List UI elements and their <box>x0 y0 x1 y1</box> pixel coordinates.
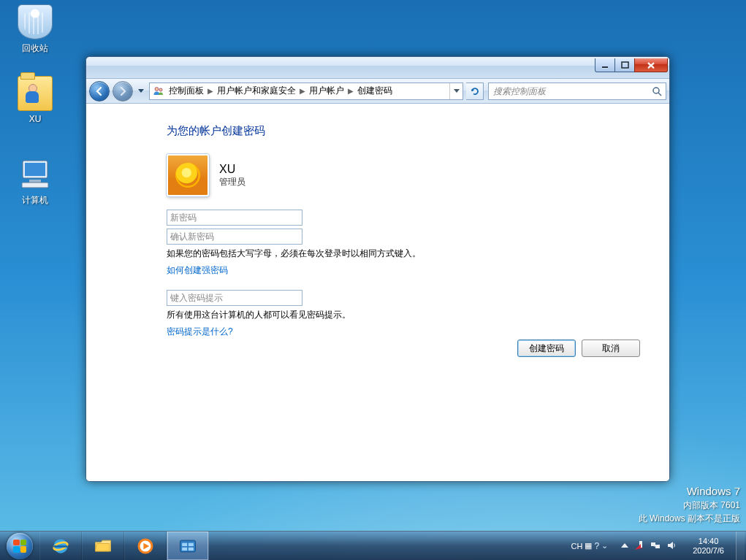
refresh-button[interactable] <box>466 83 484 100</box>
svg-rect-17 <box>189 542 194 545</box>
breadcrumb-control-panel[interactable]: 控制面板 <box>167 85 205 97</box>
windows-logo-icon <box>7 533 33 559</box>
system-tray: CH ▦ ? ⌄ 14:40 2020/7/6 <box>567 532 746 560</box>
user-avatar <box>167 154 209 196</box>
nav-history-dropdown[interactable] <box>136 83 146 99</box>
svg-line-9 <box>658 93 661 96</box>
nav-forward-button[interactable] <box>113 81 133 101</box>
password-hint-input[interactable] <box>167 290 302 306</box>
svg-rect-2 <box>29 180 41 183</box>
taskbar: CH ▦ ? ⌄ 14:40 2020/7/6 <box>0 531 746 560</box>
taskbar-explorer[interactable] <box>82 532 124 560</box>
window-titlebar[interactable] <box>86 57 669 79</box>
taskbar-ie[interactable] <box>39 532 82 560</box>
maximize-button[interactable] <box>614 58 635 72</box>
desktop-user-folder[interactable]: XU <box>7 76 63 124</box>
taskbar-control-panel[interactable] <box>167 532 209 560</box>
breadcrumb-create-password[interactable]: 创建密码 <box>356 85 394 97</box>
hint-help-link[interactable]: 密码提示是什么? <box>167 326 640 338</box>
desktop-computer[interactable]: 计算机 <box>7 156 63 207</box>
confirm-password-input[interactable] <box>167 229 302 245</box>
address-bar[interactable]: 控制面板 ▶ 用户帐户和家庭安全 ▶ 用户帐户 ▶ 创建密码 <box>149 83 463 100</box>
svg-rect-21 <box>651 542 655 546</box>
ime-language-indicator[interactable]: CH ▦ ? ⌄ <box>568 541 612 551</box>
computer-label: 计算机 <box>7 194 63 207</box>
svg-rect-18 <box>182 547 187 550</box>
refresh-icon <box>470 86 480 96</box>
chevron-right-icon[interactable]: ▶ <box>205 87 216 95</box>
start-button[interactable] <box>0 532 39 560</box>
activation-watermark: Windows 7 内部版本 7601 此 Windows 副本不是正版 <box>639 483 740 525</box>
create-password-button[interactable]: 创建密码 <box>517 340 576 357</box>
keyboard-icon: ▦ <box>585 541 592 551</box>
options-caret-icon[interactable]: ⌄ <box>601 541 608 551</box>
svg-rect-3 <box>22 183 48 188</box>
tray-clock[interactable]: 14:40 2020/7/6 <box>687 537 730 555</box>
close-button[interactable] <box>634 58 668 72</box>
volume-icon[interactable] <box>666 540 677 552</box>
user-summary: XU 管理员 <box>167 154 640 196</box>
svg-rect-16 <box>182 542 187 545</box>
svg-point-7 <box>159 88 162 91</box>
minimize-button[interactable] <box>595 58 615 72</box>
user-role: 管理员 <box>219 176 246 188</box>
nav-back-button[interactable] <box>89 81 110 101</box>
computer-icon <box>18 156 53 191</box>
svg-rect-4 <box>602 66 608 68</box>
recycle-bin-label: 回收站 <box>7 42 63 55</box>
network-icon[interactable] <box>650 540 661 552</box>
svg-rect-12 <box>53 545 67 548</box>
content-area: 为您的帐户创建密码 XU 管理员 如果您的密码包括大写字母，必须在每次登录时以相… <box>86 104 669 481</box>
address-dropdown-button[interactable] <box>449 83 463 99</box>
tray-time: 14:40 <box>693 537 724 546</box>
svg-point-6 <box>155 87 159 91</box>
user-name: XU <box>219 163 246 176</box>
chevron-right-icon[interactable]: ▶ <box>297 87 308 95</box>
breadcrumb-user-accounts-family[interactable]: 用户帐户和家庭安全 <box>216 85 297 97</box>
svg-rect-1 <box>25 163 45 176</box>
media-player-icon <box>135 536 156 556</box>
search-icon <box>652 86 662 96</box>
hint-visibility-note: 所有使用这台计算机的人都可以看见密码提示。 <box>167 309 640 321</box>
strong-password-link[interactable]: 如何创建强密码 <box>167 264 640 277</box>
question-icon[interactable]: ? <box>594 541 599 551</box>
breadcrumb-user-accounts[interactable]: 用户帐户 <box>308 85 346 97</box>
password-case-note: 如果您的密码包括大写字母，必须在每次登录时以相同方式键入。 <box>167 248 640 260</box>
control-panel-window-icon <box>178 536 198 556</box>
page-title: 为您的帐户创建密码 <box>167 124 640 138</box>
search-button[interactable] <box>648 86 666 96</box>
chevron-right-icon[interactable]: ▶ <box>346 87 356 95</box>
ie-icon <box>50 536 71 556</box>
taskbar-media-player[interactable] <box>124 532 167 560</box>
navigation-bar: 控制面板 ▶ 用户帐户和家庭安全 ▶ 用户帐户 ▶ 创建密码 <box>86 79 669 104</box>
tray-date: 2020/7/6 <box>693 546 724 556</box>
user-folder-icon <box>18 76 53 111</box>
user-accounts-icon <box>153 85 164 97</box>
show-desktop-button[interactable] <box>736 532 745 560</box>
cancel-button[interactable]: 取消 <box>582 340 640 357</box>
user-folder-label: XU <box>7 114 63 124</box>
action-center-icon[interactable] <box>634 540 644 552</box>
show-hidden-icons[interactable] <box>621 542 628 551</box>
search-bar <box>488 83 666 100</box>
desktop-recycle-bin[interactable]: 回收站 <box>7 4 63 55</box>
svg-rect-19 <box>189 547 194 550</box>
svg-point-8 <box>653 88 659 93</box>
svg-rect-5 <box>622 62 628 68</box>
recycle-bin-icon <box>18 4 53 39</box>
folder-icon <box>93 536 113 556</box>
new-password-input[interactable] <box>167 210 302 226</box>
control-panel-window: 控制面板 ▶ 用户帐户和家庭安全 ▶ 用户帐户 ▶ 创建密码 <box>85 56 670 482</box>
search-input[interactable] <box>489 86 648 96</box>
